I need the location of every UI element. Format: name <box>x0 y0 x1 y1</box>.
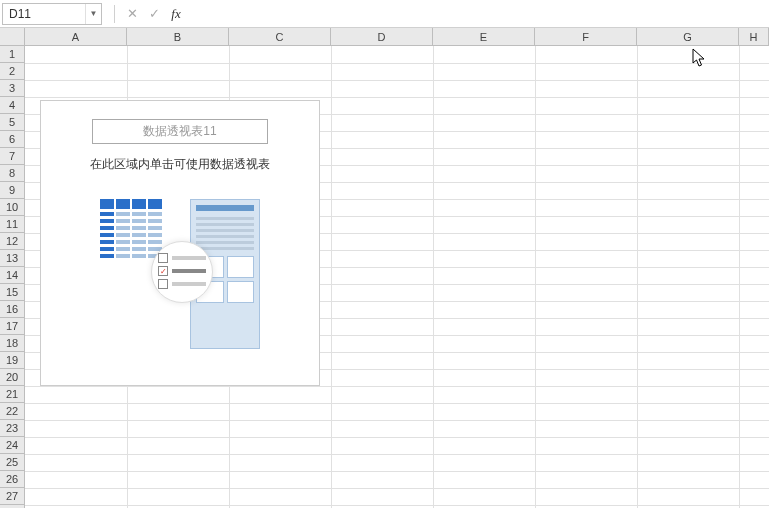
row-header[interactable]: 19 <box>0 352 25 369</box>
row-header[interactable]: 1 <box>0 46 25 63</box>
pivot-check-icon: ✓ <box>151 241 213 303</box>
row-header[interactable]: 25 <box>0 454 25 471</box>
row-header[interactable]: 23 <box>0 420 25 437</box>
row-header[interactable]: 9 <box>0 182 25 199</box>
cancel-formula-icon[interactable]: ✕ <box>121 3 143 25</box>
col-header[interactable]: G <box>637 28 739 46</box>
separator <box>114 5 115 23</box>
name-box-dropdown-icon[interactable]: ▼ <box>85 4 101 24</box>
row-header[interactable]: 12 <box>0 233 25 250</box>
name-box-value: D11 <box>3 7 85 21</box>
col-header[interactable]: A <box>25 28 127 46</box>
row-header[interactable]: 21 <box>0 386 25 403</box>
row-header[interactable]: 13 <box>0 250 25 267</box>
row-header[interactable]: 10 <box>0 199 25 216</box>
fx-icon[interactable]: fx <box>165 3 187 25</box>
select-all-corner[interactable] <box>0 28 25 46</box>
pivot-graphic: ✓ <box>41 199 319 349</box>
row-header[interactable]: 14 <box>0 267 25 284</box>
row-header[interactable]: 11 <box>0 216 25 233</box>
row-header[interactable]: 17 <box>0 318 25 335</box>
row-header[interactable]: 6 <box>0 131 25 148</box>
spreadsheet-grid[interactable]: A B C D E F G H 1 2 3 4 5 6 7 8 9 10 11 … <box>0 28 769 508</box>
name-box[interactable]: D11 ▼ <box>2 3 102 25</box>
formula-input[interactable] <box>187 3 769 25</box>
col-header[interactable]: D <box>331 28 433 46</box>
row-header[interactable]: 22 <box>0 403 25 420</box>
row-header[interactable]: 20 <box>0 369 25 386</box>
col-header[interactable]: F <box>535 28 637 46</box>
row-headers: 1 2 3 4 5 6 7 8 9 10 11 12 13 14 15 16 1… <box>0 46 25 508</box>
row-header[interactable]: 7 <box>0 148 25 165</box>
row-header[interactable]: 8 <box>0 165 25 182</box>
pivot-title: 数据透视表11 <box>92 119 267 144</box>
enter-formula-icon[interactable]: ✓ <box>143 3 165 25</box>
row-header[interactable]: 16 <box>0 301 25 318</box>
pivot-hint-text: 在此区域内单击可使用数据透视表 <box>41 156 319 173</box>
column-headers: A B C D E F G H <box>25 28 769 46</box>
col-header[interactable]: E <box>433 28 535 46</box>
row-header[interactable]: 18 <box>0 335 25 352</box>
row-header[interactable]: 26 <box>0 471 25 488</box>
col-header[interactable]: C <box>229 28 331 46</box>
col-header[interactable]: B <box>127 28 229 46</box>
row-header[interactable]: 2 <box>0 63 25 80</box>
row-header[interactable]: 27 <box>0 488 25 505</box>
col-header[interactable]: H <box>739 28 769 46</box>
row-header[interactable]: 15 <box>0 284 25 301</box>
pivot-table-placeholder[interactable]: 数据透视表11 在此区域内单击可使用数据透视表 <box>40 100 320 386</box>
row-header[interactable]: 4 <box>0 97 25 114</box>
row-header[interactable]: 3 <box>0 80 25 97</box>
row-header[interactable]: 24 <box>0 437 25 454</box>
formula-bar: D11 ▼ ✕ ✓ fx <box>0 0 769 28</box>
row-header[interactable]: 5 <box>0 114 25 131</box>
